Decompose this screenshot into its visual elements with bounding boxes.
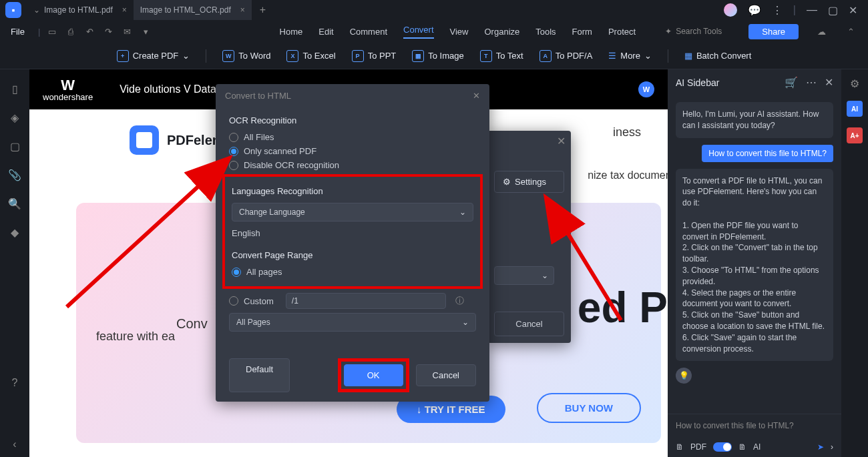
print-icon[interactable]: ⎙ <box>64 27 77 37</box>
tb-to-pdfa[interactable]: ATo PDF/A <box>539 50 593 62</box>
redo-icon[interactable]: ↷ <box>101 27 115 37</box>
cloud-icon[interactable]: ☁ <box>815 27 828 37</box>
tb-to-word[interactable]: WTo Word <box>222 50 270 62</box>
share-button[interactable]: Share <box>748 24 799 39</box>
image-icon: ▦ <box>412 50 424 62</box>
avatar[interactable] <box>724 3 737 17</box>
chat-icon[interactable]: 💬 <box>748 4 761 17</box>
tab-1[interactable]: ⌄ Image to HTML.pdf × <box>27 0 134 20</box>
info-icon: ⓘ <box>455 295 464 307</box>
settings-panel: ✕ ⚙Settings ⌄ Cancel <box>487 131 571 343</box>
sliders-icon[interactable]: ⚙ <box>850 77 859 90</box>
cart-icon[interactable]: 🛒 <box>785 76 798 89</box>
a-badge[interactable]: A+ <box>847 127 863 143</box>
nav-view[interactable]: View <box>450 27 469 37</box>
chat-input[interactable]: How to convert this file to HTML? <box>668 414 841 437</box>
nav-comment[interactable]: Comment <box>350 27 387 37</box>
sparkle-icon: ✦ <box>665 27 672 36</box>
pdf-toggle[interactable] <box>713 442 732 452</box>
close-icon[interactable]: ✕ <box>473 91 480 101</box>
close-icon[interactable]: ✕ <box>849 4 857 17</box>
mail-icon[interactable]: ✉ <box>120 27 134 37</box>
nav-tools[interactable]: Tools <box>535 27 556 37</box>
nav-home[interactable]: Home <box>280 27 303 37</box>
tb-to-ppt[interactable]: PTo PPT <box>352 50 397 62</box>
ai-greeting: Hello, I'm Lumi, your AI assistant. How … <box>676 102 833 138</box>
doc-icon: 🗎 <box>676 442 684 452</box>
collapse-icon[interactable]: ⌃ <box>844 27 857 37</box>
badge-icon: W <box>638 81 654 97</box>
minimize-icon[interactable]: — <box>807 4 817 16</box>
add-tab-button[interactable]: + <box>252 4 274 16</box>
radio-disable[interactable]: Disable OCR recognition <box>229 160 476 170</box>
convert-dialog: Convert to HTML ✕ OCR Recognition All Fi… <box>216 84 489 402</box>
tab-2[interactable]: Image to HTML_OCR.pdf × <box>134 0 252 20</box>
default-button[interactable]: Default <box>229 358 290 392</box>
ai-badge[interactable]: AI <box>847 101 863 117</box>
chevron-right-icon[interactable]: › <box>831 442 833 452</box>
more-icon[interactable]: ⋯ <box>806 76 817 89</box>
nav-form[interactable]: Form <box>572 27 592 37</box>
help-icon[interactable]: ? <box>12 377 18 389</box>
layers-icon[interactable]: ◆ <box>11 226 19 239</box>
settings-button[interactable]: ⚙Settings <box>494 171 564 193</box>
open-icon[interactable]: ▭ <box>45 27 59 37</box>
menu-icon: ☰ <box>608 51 616 61</box>
attachment-icon[interactable]: 📎 <box>8 169 21 181</box>
cancel-button[interactable]: Cancel <box>416 364 476 386</box>
radio-all-files[interactable]: All Files <box>229 132 476 142</box>
wondershare-logo: W wondershare <box>43 78 93 101</box>
bulb-icon[interactable]: 💡 <box>676 368 692 384</box>
grid-icon: ▦ <box>684 51 692 61</box>
text-icon: T <box>480 50 492 62</box>
comment-icon[interactable]: ▢ <box>10 140 20 153</box>
nav-organize[interactable]: Organize <box>485 27 520 37</box>
tb-to-excel[interactable]: XTo Excel <box>286 50 335 62</box>
undo-icon[interactable]: ↶ <box>83 27 96 37</box>
page-icon[interactable]: ▯ <box>12 83 18 95</box>
user-message: How to convert this file to HTML? <box>702 145 833 162</box>
nav-edit[interactable]: Edit <box>318 27 333 37</box>
word-icon: W <box>222 50 234 62</box>
tb-create-pdf[interactable]: +Create PDF⌄ <box>117 50 190 62</box>
tb-to-image[interactable]: ▦To Image <box>412 50 463 62</box>
nav-convert[interactable]: Convert <box>403 25 434 39</box>
cancel-button[interactable]: Cancel <box>494 312 564 336</box>
dropdown[interactable]: ⌄ <box>494 266 554 285</box>
close-icon[interactable]: × <box>122 5 127 15</box>
search-icon[interactable]: 🔍 <box>8 197 21 210</box>
bookmark-icon[interactable]: ◈ <box>11 111 19 124</box>
chevron-down-icon: ⌄ <box>459 207 466 217</box>
pages-select[interactable]: All Pages⌄ <box>229 313 476 332</box>
radio-scanned[interactable]: Only scanned PDF <box>229 146 476 156</box>
sidebar-title: AI Sidebar <box>676 77 719 88</box>
app-icon: ▪ <box>5 2 21 18</box>
radio-all-pages[interactable]: All pages <box>232 267 473 277</box>
gear-icon: ⚙ <box>503 177 511 187</box>
buy-button[interactable]: BUY NOW <box>537 393 641 423</box>
radio-custom[interactable]: Customⓘ <box>229 293 476 309</box>
tab-label: Image to HTML_OCR.pdf <box>140 5 231 15</box>
close-icon[interactable]: ✕ <box>825 76 833 89</box>
dropdown-icon[interactable]: ▾ <box>139 27 152 37</box>
conv-text: Conv <box>176 316 208 332</box>
business-text: iness <box>613 125 641 139</box>
ai-reply: To convert a PDF file to HTML, you can u… <box>676 169 833 362</box>
file-menu[interactable]: File <box>11 27 25 37</box>
ok-button[interactable]: OK <box>344 364 403 386</box>
tb-batch-convert[interactable]: ▦Batch Convert <box>684 51 751 61</box>
close-icon[interactable]: × <box>240 5 245 15</box>
send-icon[interactable]: ➤ <box>817 442 824 452</box>
chevron-left-icon[interactable]: ‹ <box>13 438 16 450</box>
custom-range-input[interactable] <box>286 293 446 309</box>
tab-label: Image to HTML.pdf <box>44 5 113 15</box>
chevron-down-icon: ⌄ <box>462 318 469 327</box>
close-icon[interactable]: ✕ <box>557 135 566 147</box>
tb-to-text[interactable]: TTo Text <box>480 50 523 62</box>
tb-more[interactable]: ☰More⌄ <box>608 51 652 61</box>
maximize-icon[interactable]: ▢ <box>828 4 838 17</box>
kebab-icon[interactable]: ⋮ <box>772 4 783 17</box>
search-tools[interactable]: ✦Search Tools <box>665 27 722 36</box>
nav-protect[interactable]: Protect <box>608 27 636 37</box>
language-select[interactable]: Change Language⌄ <box>232 203 473 221</box>
